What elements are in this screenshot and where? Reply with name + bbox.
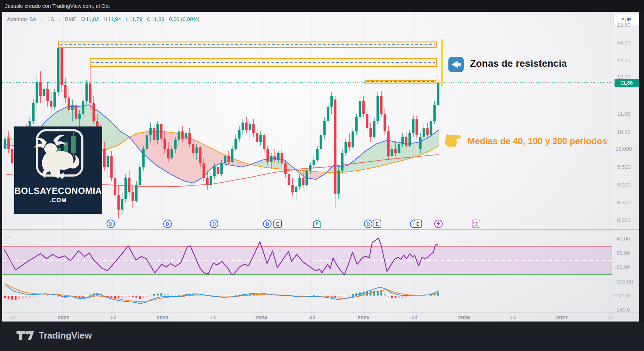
bolsayeconomia-watermark: BOLSAYECONOMIA .COM [14, 126, 102, 214]
time-axis-label: 2026 [458, 314, 470, 321]
resistance-zone[interactable] [365, 80, 437, 83]
future-earnings-marker-icon[interactable]: ≈≈E [472, 220, 480, 228]
open-value: O11,82 [81, 16, 99, 22]
earnings-marker-icon[interactable]: E [373, 220, 381, 228]
separator-dot: · [59, 16, 60, 22]
watermark-text-com: .COM [50, 197, 67, 204]
zone-resize-handle[interactable] [436, 80, 439, 83]
pane-more-options[interactable]: ··· [5, 234, 13, 241]
tradingview-brand-text: TradingView [39, 330, 92, 341]
dividend-marker-icon[interactable]: D [263, 220, 272, 228]
price-axis-label: 10,50 [610, 129, 638, 135]
left-arrow-icon[interactable] [448, 57, 464, 74]
price-axis-label: 9,000 [610, 182, 638, 188]
time-axis-label: 2023 [157, 314, 168, 321]
close-value: C11,88 [147, 16, 164, 22]
resistance-zone[interactable] [90, 58, 436, 66]
dividend-marker-icon[interactable]: D [163, 220, 172, 228]
price-axis-label: 13,50 [610, 22, 638, 28]
flash-event-marker-icon[interactable] [434, 220, 443, 228]
earnings-square-icon: E [414, 220, 422, 228]
moving-averages-annotation-label[interactable]: Medias de 40, 100 y 200 periodos [468, 136, 607, 146]
exchange-label[interactable]: BME [65, 16, 77, 22]
indicator-axis-label: −140.0 [613, 307, 640, 313]
watermark-text: BOLSAYECONOMIA [15, 186, 102, 196]
price-axis-label: 8,000 [610, 217, 638, 223]
pointing-hand-icon[interactable] [444, 132, 462, 149]
lightning-bolt-icon [436, 221, 441, 227]
dividend-marker-icon[interactable]: D [364, 220, 372, 228]
indicator-axis-label: −80,00 [613, 264, 640, 270]
time-axis-label: Ju [608, 314, 613, 321]
indicator-axis-label: −120,0 [613, 292, 640, 299]
price-axis-label: 12,50 [610, 57, 638, 64]
resistance-zone[interactable] [59, 42, 436, 48]
time-axis-label: 2024 [255, 314, 267, 321]
price-axis-label: 11,00 [610, 111, 638, 117]
time-axis-label: 2022 [58, 314, 69, 321]
last-price-badge: 11,88 [615, 79, 639, 87]
time-axis-label: Jul [308, 314, 315, 321]
indicator-axis-label: −100,00 [613, 279, 640, 285]
price-axis-label: 13,00 [610, 39, 638, 46]
indicator-axis-label: −40,00 [613, 236, 640, 242]
dividend-marker-icon[interactable]: D [210, 220, 218, 228]
price-axis-label: 9,500 [610, 164, 638, 170]
time-axis-label: Jul [509, 314, 516, 321]
bull-logo-icon [28, 126, 88, 189]
resistance-annotation-label[interactable]: Zonas de resistencia [470, 58, 567, 69]
time-axis-label: Jul [209, 314, 216, 321]
change-value: 0,00 (0,00%) [169, 16, 200, 22]
last-price-value: 11,88 [621, 80, 633, 86]
symbol-name[interactable]: Acerinox SA [7, 16, 37, 22]
dividend-marker-icon[interactable]: D [107, 220, 115, 228]
time-axis-label: Jul [410, 314, 417, 321]
tradingview-logo[interactable]: TradingView [16, 329, 92, 341]
time-axis-label: Jul [10, 314, 16, 321]
time-axis-label: 2025 [358, 314, 369, 321]
price-axis-label: 10,000 [610, 146, 638, 152]
earnings-marker-icon[interactable]: E [273, 220, 282, 228]
indicator-axis-label: −60,00 [613, 250, 640, 256]
low-value: L11,79 [126, 16, 142, 22]
tradingview-glyph-icon [16, 329, 34, 341]
earnings-estimate-letter: E [314, 221, 321, 227]
price-axis-label: 8,500 [610, 199, 638, 206]
footer-bar: TradingView [0, 322, 644, 351]
time-axis-label: 2027 [556, 314, 568, 321]
timeframe-label[interactable]: 1S [48, 16, 54, 22]
high-value: H11,94 [104, 16, 121, 22]
symbol-info-row[interactable]: Acerinox SA · 1S · BME O11,82 H11,94 L11… [7, 15, 200, 22]
dividend-earnings-marker-icon[interactable]: E [410, 220, 422, 228]
approx-icon: ≈≈ [473, 221, 474, 228]
time-axis-label: Jul [109, 314, 116, 321]
separator-dot: · [41, 16, 43, 22]
